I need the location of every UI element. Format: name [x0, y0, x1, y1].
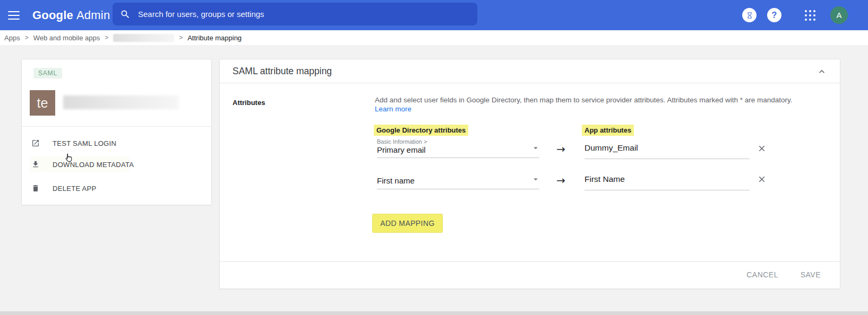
divider: [22, 126, 211, 127]
select-underline: [377, 158, 539, 158]
dropdown-arrow-icon[interactable]: [531, 143, 540, 153]
divider: [220, 261, 840, 262]
topbar-right: ? A: [742, 0, 868, 30]
download-icon: [31, 160, 40, 169]
select-underline: [377, 189, 539, 189]
breadcrumb-web-mobile-apps[interactable]: Web and mobile apps: [33, 34, 100, 42]
search-bar[interactable]: [113, 3, 477, 25]
app-attribute-input[interactable]: [585, 143, 749, 153]
topbar: GoogleAdmin ? A: [0, 0, 868, 30]
action-label: TEST SAML LOGIN: [53, 139, 116, 147]
breadcrumb-separator: >: [25, 34, 29, 41]
search-icon: [120, 9, 131, 20]
hamburger-menu-icon[interactable]: [8, 11, 20, 20]
card-title: SAML attribute mapping: [233, 66, 332, 77]
close-icon[interactable]: [757, 174, 767, 184]
download-metadata-button[interactable]: DOWNLOAD METADATA: [31, 158, 134, 171]
search-input[interactable]: [138, 10, 470, 19]
test-saml-login-button[interactable]: TEST SAML LOGIN: [31, 137, 116, 150]
brand-google: Google: [32, 8, 73, 22]
dropdown-arrow-icon[interactable]: [531, 174, 540, 184]
app-info-card: SAML te TEST SAML LOGIN DOWNLOAD METADAT…: [21, 59, 212, 205]
app-name-redacted: [63, 95, 179, 109]
apps-grid-icon[interactable]: [805, 10, 815, 21]
app-attribute-input[interactable]: [585, 174, 749, 184]
delete-app-button[interactable]: DELETE APP: [31, 182, 96, 195]
directory-attribute-select[interactable]: Primary email: [377, 145, 426, 154]
brand-logo: GoogleAdmin: [32, 8, 110, 22]
account-avatar[interactable]: A: [830, 6, 848, 24]
breadcrumb-app-name-redacted[interactable]: [113, 34, 174, 42]
input-underline: [585, 190, 750, 190]
column-header-directory-attributes: Google Directory attributes: [374, 125, 468, 136]
chevron-up-icon[interactable]: [817, 66, 827, 77]
breadcrumb-separator: >: [105, 34, 108, 41]
open-in-new-icon: [31, 139, 40, 147]
mapping-arrow-icon: →: [556, 143, 565, 155]
action-label: DELETE APP: [53, 185, 96, 192]
breadcrumb: Apps > Web and mobile apps > > Attribute…: [0, 30, 868, 45]
trash-icon: [31, 184, 40, 192]
attributes-description: Add and select user fields in Google Dir…: [375, 95, 794, 105]
hourglass-icon[interactable]: [742, 8, 757, 22]
help-icon[interactable]: ?: [767, 8, 781, 22]
directory-attribute-select[interactable]: First name: [377, 176, 415, 185]
attributes-section-label: Attributes: [233, 99, 265, 107]
save-button[interactable]: SAVE: [801, 270, 821, 279]
app-avatar: te: [30, 90, 55, 116]
close-icon[interactable]: [757, 144, 767, 153]
column-header-app-attributes: App attributes: [582, 125, 634, 136]
saml-badge: SAML: [33, 68, 62, 78]
brand-admin: Admin: [76, 8, 110, 22]
cancel-button[interactable]: CANCEL: [746, 270, 778, 279]
breadcrumb-current: Attribute mapping: [187, 34, 242, 42]
breadcrumb-separator: >: [179, 34, 183, 41]
breadcrumb-apps[interactable]: Apps: [4, 34, 20, 42]
saml-attribute-mapping-card: SAML attribute mapping Attributes Add an…: [219, 59, 840, 289]
add-mapping-button[interactable]: ADD MAPPING: [372, 214, 443, 233]
input-underline: [585, 159, 750, 159]
directory-attribute-category: Basic Information >: [377, 138, 427, 145]
bottom-edge: [0, 311, 868, 315]
action-label: DOWNLOAD METADATA: [53, 161, 134, 169]
divider: [220, 83, 840, 83]
mapping-arrow-icon: →: [556, 174, 565, 187]
learn-more-link[interactable]: Learn more: [375, 105, 411, 113]
